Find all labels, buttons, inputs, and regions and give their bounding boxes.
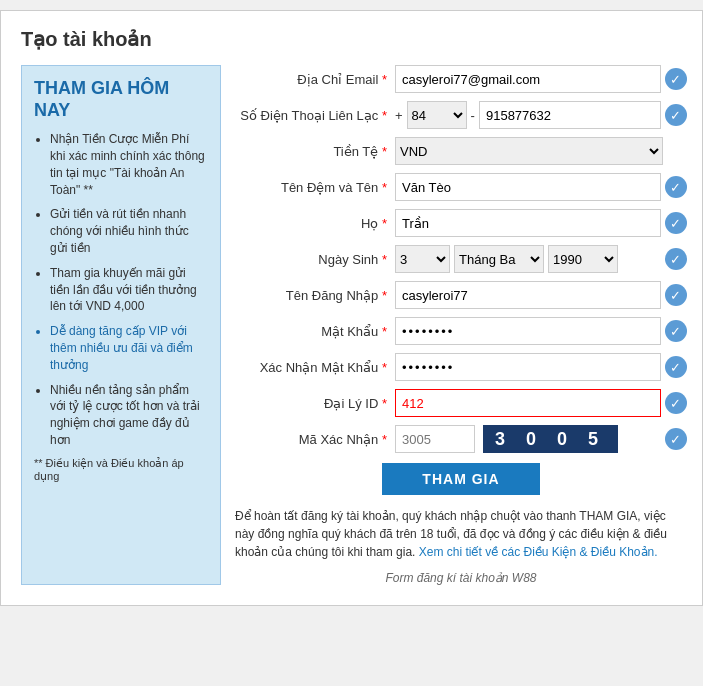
left-panel-note: ** Điều kiện và Điều khoản áp dụng [34, 457, 208, 483]
agent-id-label: Đại Lý ID * [235, 396, 395, 411]
required-star: * [382, 72, 387, 87]
password-row: Mật Khẩu * ✓ [235, 317, 687, 345]
currency-label: Tiền Tệ * [235, 144, 395, 159]
captcha-input[interactable] [395, 425, 475, 453]
username-check-icon: ✓ [665, 284, 687, 306]
captcha-image: 3 0 0 5 [483, 425, 618, 453]
lastname-input[interactable] [395, 209, 661, 237]
list-item: Tham gia khuyến mãi gửi tiền lần đầu với… [50, 265, 208, 315]
fullname-control-wrap: ✓ [395, 173, 687, 201]
username-input[interactable] [395, 281, 661, 309]
required-star: * [382, 252, 387, 267]
email-control-wrap: ✓ [395, 65, 687, 93]
captcha-control-wrap: 3 0 0 5 ✓ [395, 425, 687, 453]
password-label: Mật Khẩu * [235, 324, 395, 339]
dob-month-select[interactable]: Tháng BaTháng MộtTháng Hai [454, 245, 544, 273]
list-item: Nhận Tiền Cược Miễn Phí khi xác minh chí… [50, 131, 208, 198]
currency-control-wrap: VND USD THB [395, 137, 687, 165]
left-panel: THAM GIA HÔM NAY Nhận Tiền Cược Miễn Phí… [21, 65, 221, 585]
password-control-wrap: ✓ [395, 317, 687, 345]
phone-code-select[interactable]: 84 1 44 66 [407, 101, 467, 129]
lastname-check-icon: ✓ [665, 212, 687, 234]
list-item: Gửi tiền và rút tiền nhanh chóng với nhi… [50, 206, 208, 256]
left-panel-list: Nhận Tiền Cược Miễn Phí khi xác minh chí… [34, 131, 208, 449]
dob-control-wrap: 31245 Tháng BaTháng MộtTháng Hai 1990198… [395, 245, 687, 273]
phone-check-icon: ✓ [665, 104, 687, 126]
dob-label: Ngày Sinh * [235, 252, 395, 267]
email-input[interactable] [395, 65, 661, 93]
phone-plus: + [395, 108, 403, 123]
captcha-row: Mã Xác Nhận * 3 0 0 5 ✓ [235, 425, 687, 453]
left-panel-heading: THAM GIA HÔM NAY [34, 78, 208, 121]
dob-day-select[interactable]: 31245 [395, 245, 450, 273]
fullname-check-icon: ✓ [665, 176, 687, 198]
username-control-wrap: ✓ [395, 281, 687, 309]
email-row: Địa Chỉ Email * ✓ [235, 65, 687, 93]
required-star: * [382, 360, 387, 375]
required-star: * [382, 396, 387, 411]
phone-dash: - [471, 108, 475, 123]
confirm-password-input[interactable] [395, 353, 661, 381]
email-label: Địa Chỉ Email * [235, 72, 395, 87]
confirm-password-label: Xác Nhận Mật Khẩu * [235, 360, 395, 375]
phone-control-wrap: + 84 1 44 66 - ✓ [395, 101, 687, 129]
submit-button[interactable]: THAM GIA [382, 463, 539, 495]
dob-row: Ngày Sinh * 31245 Tháng BaTháng MộtTháng… [235, 245, 687, 273]
agent-id-check-icon: ✓ [665, 392, 687, 414]
username-row: Tên Đăng Nhập * ✓ [235, 281, 687, 309]
form-caption: Form đăng kí tài khoản W88 [235, 571, 687, 585]
lastname-row: Họ * ✓ [235, 209, 687, 237]
confirm-password-check-icon: ✓ [665, 356, 687, 378]
required-star: * [382, 108, 387, 123]
dob-input-group: 31245 Tháng BaTháng MộtTháng Hai 1990198… [395, 245, 661, 273]
email-check-icon: ✓ [665, 68, 687, 90]
captcha-check-icon: ✓ [665, 428, 687, 450]
page-wrapper: Tạo tài khoản THAM GIA HÔM NAY Nhận Tiền… [0, 10, 703, 606]
required-star: * [382, 144, 387, 159]
phone-number-input[interactable] [479, 101, 661, 129]
confirm-password-control-wrap: ✓ [395, 353, 687, 381]
currency-select[interactable]: VND USD THB [395, 137, 663, 165]
fullname-input[interactable] [395, 173, 661, 201]
phone-row: Số Điện Thoại Liên Lạc * + 84 1 44 66 - [235, 101, 687, 129]
right-form: Địa Chỉ Email * ✓ Số Điện Thoại Liên Lạc… [235, 65, 687, 585]
required-star: * [382, 216, 387, 231]
phone-input-group: + 84 1 44 66 - [395, 101, 661, 129]
list-item: Nhiều nền tảng sản phẩm với tỷ lệ cược t… [50, 382, 208, 449]
required-star: * [382, 324, 387, 339]
agent-id-row: Đại Lý ID * ✓ [235, 389, 687, 417]
lastname-control-wrap: ✓ [395, 209, 687, 237]
username-label: Tên Đăng Nhập * [235, 288, 395, 303]
required-star: * [382, 180, 387, 195]
fullname-label: Tên Đệm và Tên * [235, 180, 395, 195]
password-input[interactable] [395, 317, 661, 345]
dob-year-select[interactable]: 199019851995 [548, 245, 618, 273]
password-check-icon: ✓ [665, 320, 687, 342]
lastname-label: Họ * [235, 216, 395, 231]
phone-label: Số Điện Thoại Liên Lạc * [235, 108, 395, 123]
agent-id-input[interactable] [395, 389, 661, 417]
required-star: * [382, 432, 387, 447]
terms-link[interactable]: Xem chi tiết về các Điều Kiện & Điều Kho… [419, 545, 658, 559]
footer-text: Để hoàn tất đăng ký tài khoản, quý khách… [235, 507, 687, 561]
captcha-label: Mã Xác Nhận * [235, 432, 395, 447]
captcha-input-group: 3 0 0 5 [395, 425, 661, 453]
fullname-row: Tên Đệm và Tên * ✓ [235, 173, 687, 201]
page-title: Tạo tài khoản [21, 27, 682, 51]
required-star: * [382, 288, 387, 303]
confirm-password-row: Xác Nhận Mật Khẩu * ✓ [235, 353, 687, 381]
list-item-highlight: Dễ dàng tăng cấp VIP với thêm nhiều ưu đ… [50, 323, 208, 373]
currency-row: Tiền Tệ * VND USD THB [235, 137, 687, 165]
agent-id-control-wrap: ✓ [395, 389, 687, 417]
dob-check-icon: ✓ [665, 248, 687, 270]
main-layout: THAM GIA HÔM NAY Nhận Tiền Cược Miễn Phí… [21, 65, 682, 585]
